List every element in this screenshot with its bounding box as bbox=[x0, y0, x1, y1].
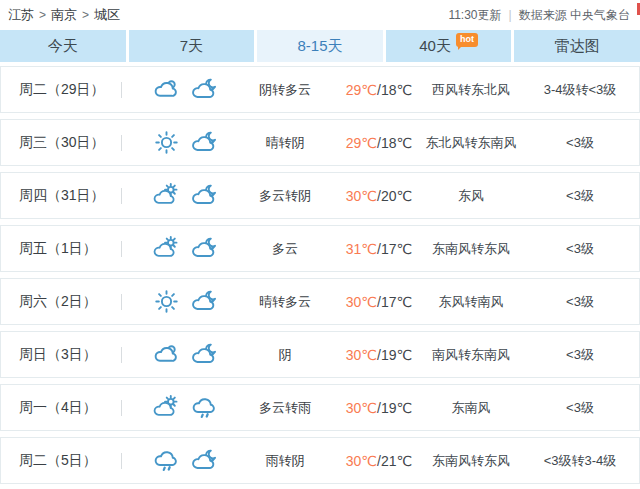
temperature: 29℃/18℃ bbox=[337, 135, 421, 151]
tab-radar[interactable]: 雷达图 bbox=[514, 30, 640, 62]
temperature: 30℃/19℃ bbox=[337, 400, 421, 416]
breadcrumb-city[interactable]: 南京 bbox=[51, 7, 77, 22]
cloud-sun-icon bbox=[153, 182, 180, 209]
cloud-rain-icon bbox=[153, 447, 180, 474]
forecast-row[interactable]: 周一（4日） 多云转雨 30℃/19℃ 东南风 <3级 bbox=[0, 384, 640, 431]
high-temp: 30℃ bbox=[346, 188, 377, 204]
low-temp: 17℃ bbox=[381, 294, 412, 310]
day-label: 周二（5日） bbox=[1, 452, 121, 470]
temperature: 30℃/20℃ bbox=[337, 188, 421, 204]
sun-icon bbox=[153, 129, 180, 156]
update-info: 11:30更新|数据来源 中央气象台 bbox=[448, 0, 630, 30]
weather-text: 晴转阴 bbox=[233, 134, 337, 152]
wind-power: <3级 bbox=[521, 399, 639, 417]
divider bbox=[121, 347, 122, 363]
wind-power: <3级 bbox=[521, 346, 639, 364]
tab-today[interactable]: 今天 bbox=[0, 30, 126, 62]
breadcrumb-district[interactable]: 城区 bbox=[94, 7, 120, 22]
high-temp: 30℃ bbox=[346, 347, 377, 363]
forecast-row[interactable]: 周五（1日） 多云 31℃/17℃ 东南风转东风 <3级 bbox=[0, 225, 640, 272]
divider bbox=[121, 241, 122, 257]
weather-text: 阴 bbox=[233, 346, 337, 364]
low-temp: 19℃ bbox=[381, 400, 412, 416]
forecast-row[interactable]: 周二（5日） 雨转阴 30℃/21℃ 东南风转东风 <3级转3-4级 bbox=[0, 437, 640, 484]
cloud-sun-icon bbox=[153, 235, 180, 262]
day-label: 周五（1日） bbox=[1, 240, 121, 258]
cloud-moon-icon bbox=[191, 129, 218, 156]
wind-power: <3级 bbox=[521, 134, 639, 152]
forecast-row[interactable]: 周日（3日） 阴 30℃/19℃ 南风转东南风 <3级 bbox=[0, 331, 640, 378]
divider bbox=[121, 135, 122, 151]
wind-power: <3级转3-4级 bbox=[521, 452, 639, 470]
forecast-tabs: 今天 7天 8-15天 40天hot 雷达图 bbox=[0, 30, 640, 62]
breadcrumb-province[interactable]: 江苏 bbox=[8, 7, 34, 22]
temperature: 29℃/18℃ bbox=[337, 82, 421, 98]
divider bbox=[121, 400, 122, 416]
weather-text: 多云转阴 bbox=[233, 187, 337, 205]
divider bbox=[121, 188, 122, 204]
breadcrumb-separator: > bbox=[82, 8, 89, 22]
breadcrumb-separator: > bbox=[39, 8, 46, 22]
cloud-icon bbox=[153, 76, 180, 103]
cloud-moon-icon bbox=[191, 447, 218, 474]
cloud-moon-icon bbox=[191, 235, 218, 262]
high-temp: 31℃ bbox=[346, 241, 377, 257]
tab-8-15day[interactable]: 8-15天 bbox=[257, 30, 383, 62]
update-time: 11:30更新 bbox=[448, 8, 501, 22]
wind-power: 3-4级转<3级 bbox=[521, 81, 639, 99]
wind-power: <3级 bbox=[521, 187, 639, 205]
cloud-moon-icon bbox=[191, 76, 218, 103]
divider bbox=[121, 82, 122, 98]
low-temp: 21℃ bbox=[381, 453, 412, 469]
low-temp: 20℃ bbox=[381, 188, 412, 204]
high-temp: 30℃ bbox=[346, 294, 377, 310]
tab-40day[interactable]: 40天hot bbox=[386, 30, 512, 62]
high-temp: 29℃ bbox=[346, 135, 377, 151]
day-label: 周六（2日） bbox=[1, 293, 121, 311]
wind-direction: 东南风转东风 bbox=[421, 452, 521, 470]
weather-text: 雨转阴 bbox=[233, 452, 337, 470]
cloud-rain-icon bbox=[191, 394, 218, 421]
temperature: 30℃/19℃ bbox=[337, 347, 421, 363]
wind-direction: 东南风 bbox=[421, 399, 521, 417]
high-temp: 30℃ bbox=[346, 400, 377, 416]
forecast-row[interactable]: 周三（30日） 晴转阴 29℃/18℃ 东北风转东南风 <3级 bbox=[0, 119, 640, 166]
sun-icon bbox=[153, 288, 180, 315]
wind-direction: 东风转南风 bbox=[421, 293, 521, 311]
cloud-moon-icon bbox=[191, 182, 218, 209]
data-source: 数据来源 中央气象台 bbox=[519, 8, 630, 22]
day-label: 周四（31日） bbox=[1, 187, 121, 205]
meta-divider: | bbox=[509, 8, 512, 22]
wind-power: <3级 bbox=[521, 240, 639, 258]
page-header: 江苏>南京>城区 11:30更新|数据来源 中央气象台 bbox=[0, 0, 640, 30]
forecast-row[interactable]: 周六（2日） 晴转多云 30℃/17℃ 东风转南风 <3级 bbox=[0, 278, 640, 325]
weather-text: 多云转雨 bbox=[233, 399, 337, 417]
low-temp: 18℃ bbox=[381, 82, 412, 98]
day-label: 周三（30日） bbox=[1, 134, 121, 152]
low-temp: 19℃ bbox=[381, 347, 412, 363]
divider bbox=[121, 453, 122, 469]
wind-direction: 东北风转东南风 bbox=[421, 134, 521, 152]
high-temp: 30℃ bbox=[346, 453, 377, 469]
divider bbox=[121, 294, 122, 310]
wind-power: <3级 bbox=[521, 293, 639, 311]
wind-direction: 西风转东北风 bbox=[421, 81, 521, 99]
day-label: 周一（4日） bbox=[1, 399, 121, 417]
temperature: 30℃/21℃ bbox=[337, 453, 421, 469]
forecast-list: 周二（29日） 阴转多云 29℃/18℃ 西风转东北风 3-4级转<3级 周三（… bbox=[0, 66, 640, 484]
day-label: 周二（29日） bbox=[1, 81, 121, 99]
wind-direction: 东风 bbox=[421, 187, 521, 205]
forecast-row[interactable]: 周二（29日） 阴转多云 29℃/18℃ 西风转东北风 3-4级转<3级 bbox=[0, 66, 640, 113]
cloud-moon-icon bbox=[191, 341, 218, 368]
hot-badge: hot bbox=[456, 33, 478, 47]
weather-text: 多云 bbox=[233, 240, 337, 258]
wind-direction: 东南风转东风 bbox=[421, 240, 521, 258]
forecast-row[interactable]: 周四（31日） 多云转阴 30℃/20℃ 东风 <3级 bbox=[0, 172, 640, 219]
low-temp: 18℃ bbox=[381, 135, 412, 151]
low-temp: 17℃ bbox=[381, 241, 412, 257]
breadcrumb: 江苏>南京>城区 bbox=[8, 0, 120, 30]
cloud-sun-icon bbox=[153, 394, 180, 421]
cloud-icon bbox=[153, 341, 180, 368]
cloud-moon-icon bbox=[191, 288, 218, 315]
tab-7day[interactable]: 7天 bbox=[129, 30, 255, 62]
